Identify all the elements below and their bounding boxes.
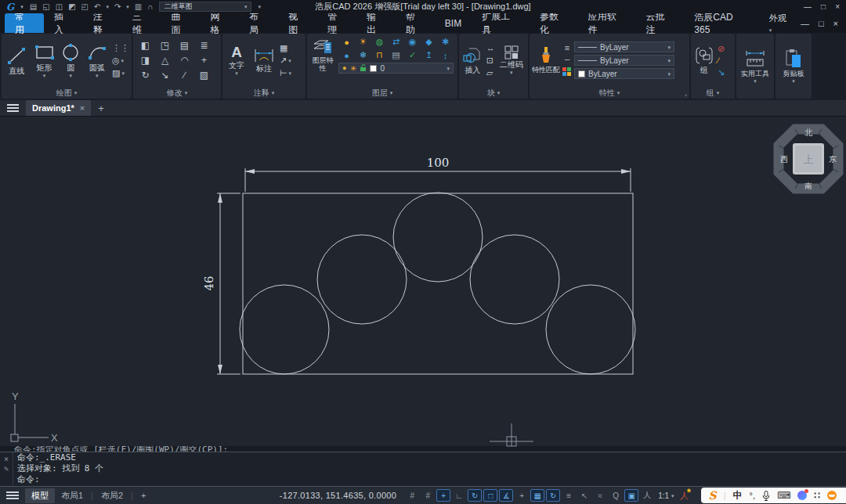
drawing-canvas[interactable]: 100 46 Y X 北 南 西 东 上 xyxy=(0,116,846,446)
drawn-circle-2[interactable] xyxy=(317,235,407,324)
drawn-circle-1[interactable] xyxy=(240,285,329,374)
open-file-icon[interactable]: ◱ xyxy=(42,2,49,11)
command-window[interactable]: × ✎ 命令:_.ERASE 选择对象: 找到 8 个 命令: xyxy=(0,452,846,487)
object-snap-toggle[interactable]: □ xyxy=(483,489,497,502)
annotation-scale-sync-icon[interactable]: 人★ xyxy=(678,490,692,502)
tab-layout[interactable]: 布局 xyxy=(239,13,278,33)
tab-3d[interactable]: 三维 xyxy=(122,13,161,33)
tab-output[interactable]: 输出 xyxy=(356,13,396,33)
close-button[interactable]: × xyxy=(835,2,840,11)
annotation-visibility-toggle[interactable]: 人 xyxy=(640,489,654,502)
doc-minimize-button[interactable]: — xyxy=(801,19,809,28)
workspace-dropdown[interactable]: 二维草图 ▾ xyxy=(159,2,251,12)
modify-tool-icon[interactable]: + xyxy=(201,55,207,66)
tab-bim[interactable]: BIM xyxy=(435,13,472,33)
doc-menu-icon[interactable] xyxy=(0,100,26,116)
hatch-tool-icon[interactable]: ▨▾ xyxy=(112,69,129,77)
layer-tool-icon[interactable]: ◆ xyxy=(425,37,432,47)
ime-logo-icon[interactable]: S xyxy=(709,489,717,502)
tab-help[interactable]: 帮助 xyxy=(396,13,435,33)
group-button[interactable]: 组 xyxy=(693,46,715,75)
redo-caret-icon[interactable]: ▾ xyxy=(126,4,129,9)
modify-tool-icon[interactable]: ◧ xyxy=(141,40,150,51)
tab-annotate[interactable]: 注释 xyxy=(83,13,122,33)
drawn-rectangle[interactable] xyxy=(243,193,633,374)
layer-tool-icon[interactable]: ● xyxy=(344,51,349,60)
modify-tool-icon[interactable]: ▤ xyxy=(180,40,189,51)
layer-tool-icon[interactable]: ☀ xyxy=(360,37,367,47)
app-logo-icon[interactable]: G xyxy=(6,2,14,13)
insert-block-button[interactable]: 插入 xyxy=(461,46,484,75)
line-tool-button[interactable]: 直线 xyxy=(4,45,29,76)
text-tool-button[interactable]: A 文字 ▾ xyxy=(225,45,248,77)
layer-tool-icon[interactable]: ⊓ xyxy=(376,50,383,60)
linetype-list-icon[interactable]: ≡ xyxy=(565,44,569,52)
annotation-scale-dropdown[interactable]: 1:1▾ xyxy=(655,491,677,500)
block-edit-icon[interactable]: ⊡ xyxy=(486,56,495,65)
command-prompt[interactable]: 命令: xyxy=(17,474,103,485)
table-tool-icon[interactable]: ▦ xyxy=(280,44,291,52)
panel-block-footer[interactable]: 块▾ xyxy=(459,87,528,99)
clipboard-button[interactable]: 剪贴板 ▾ xyxy=(778,49,809,84)
layer-tool-icon[interactable]: ● xyxy=(344,38,349,47)
modify-tool-icon[interactable]: ◳ xyxy=(161,40,169,51)
doc-restore-button[interactable]: □ xyxy=(819,19,824,28)
undo-icon[interactable]: ↶ xyxy=(94,2,100,11)
support-headset-icon[interactable]: ∩ xyxy=(147,2,153,11)
lineweight-list-icon[interactable]: ┄ xyxy=(565,56,570,64)
snap-tracking-toggle[interactable]: ∡ xyxy=(499,489,513,502)
print-icon[interactable]: ◰ xyxy=(81,2,89,11)
circle-tool-button[interactable]: 圆 ▾ xyxy=(60,42,82,79)
doc-close-button[interactable]: × xyxy=(833,19,838,28)
tab-insert[interactable]: 插入 xyxy=(44,13,83,33)
layer-tool-icon[interactable]: ✓ xyxy=(409,50,416,60)
tab-applications[interactable]: 应用软件 xyxy=(578,13,636,33)
panel-annotation-footer[interactable]: 注释▾ xyxy=(222,87,306,99)
panel-draw-footer[interactable]: 绘图▾ xyxy=(2,87,132,99)
tab-manage[interactable]: 管理 xyxy=(317,13,356,33)
ime-keyboard-icon[interactable]: ⌨ xyxy=(777,490,790,501)
view-cube-south[interactable]: 南 xyxy=(804,182,812,190)
ime-skin-icon[interactable] xyxy=(797,491,807,500)
view-cube[interactable]: 北 南 西 东 上 xyxy=(772,123,844,195)
qat-customize-caret-icon[interactable]: ▾ xyxy=(258,4,261,9)
polar-tracking-toggle[interactable]: ↻ xyxy=(468,489,482,502)
layer-dropdown[interactable]: ● ☀ 0 ▾ xyxy=(338,63,454,74)
workspace-switch-toggle[interactable]: ▣ xyxy=(624,489,638,502)
tab-gstarcad365[interactable]: 浩辰CAD 365 xyxy=(684,13,761,33)
appearance-dropdown[interactable]: 外观 ▾ xyxy=(769,13,791,34)
ime-emoji-icon[interactable] xyxy=(827,491,837,500)
layer-tool-icon[interactable]: ✱ xyxy=(442,37,449,47)
snap-toggle[interactable]: # xyxy=(405,489,419,502)
modify-tool-icon[interactable]: ↘ xyxy=(161,70,168,81)
view-cube-east[interactable]: 东 xyxy=(829,155,837,164)
modify-tool-icon[interactable]: ◠ xyxy=(180,55,188,66)
tab-view[interactable]: 视图 xyxy=(278,13,317,33)
new-file-icon[interactable]: ▤ xyxy=(30,2,37,11)
layer-tool-icon[interactable]: ❄ xyxy=(360,50,367,60)
revision-cloud-icon[interactable]: ◎▾ xyxy=(112,56,129,65)
dimstyle-tool-icon[interactable]: ⊢▾ xyxy=(280,69,291,77)
command-pen-icon[interactable]: ✎ xyxy=(4,464,9,473)
new-layout-button[interactable]: + xyxy=(135,489,152,502)
drawn-circle-5[interactable] xyxy=(546,285,635,374)
drawn-circle-3[interactable] xyxy=(393,193,483,282)
group-add-icon[interactable]: ↘ xyxy=(718,68,725,77)
ortho-toggle[interactable]: ∟ xyxy=(452,489,466,502)
model-tab[interactable]: 模型 xyxy=(25,488,55,503)
command-close-icon[interactable]: × xyxy=(4,455,9,463)
color-dropdown[interactable]: ByLayer ▾ xyxy=(574,68,674,79)
doc-tab-close-icon[interactable]: × xyxy=(80,103,85,113)
ime-language-toggle[interactable]: 中 xyxy=(733,489,743,502)
redo-icon[interactable]: ↷ xyxy=(114,2,121,11)
layer-properties-button[interactable]: 图层特性 xyxy=(309,35,336,73)
layer-tool-icon[interactable]: ↕ xyxy=(443,51,448,60)
tab-surface[interactable]: 曲面 xyxy=(161,13,201,33)
3d-object-snap-toggle[interactable]: ≈ xyxy=(593,489,607,502)
restore-button[interactable]: □ xyxy=(821,2,826,11)
layer-tool-icon[interactable]: ▤ xyxy=(392,50,400,60)
measure-button[interactable]: 实用工具 ▾ xyxy=(739,49,772,84)
drawn-circle-4[interactable] xyxy=(470,235,559,324)
dimension-tool-button[interactable]: 标注 xyxy=(251,48,277,74)
ime-toolbox-icon[interactable]: ∷ xyxy=(814,490,820,501)
